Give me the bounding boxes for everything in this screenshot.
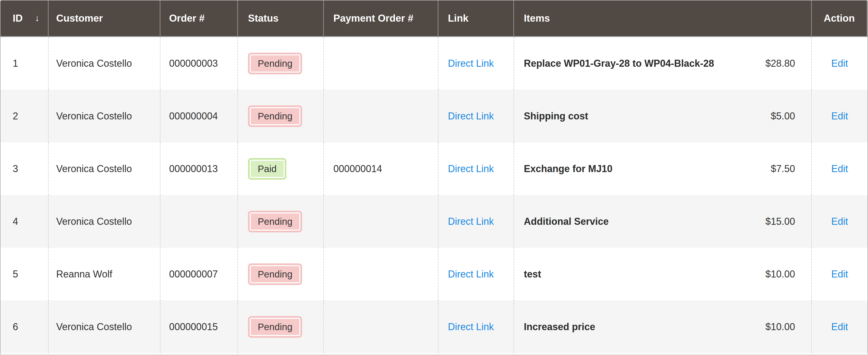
order-number-cell: 000000015 — [160, 300, 238, 353]
row-id-cell: 4 — [1, 195, 49, 248]
status-badge: Paid — [248, 158, 286, 180]
item-name: Replace WP01-Gray-28 to WP04-Black-28 — [524, 58, 714, 69]
direct-link[interactable]: Direct Link — [448, 58, 494, 69]
customer-name: Veronica Costello — [56, 58, 132, 69]
item-name: Exchange for MJ10 — [524, 163, 613, 175]
link-cell: Direct Link — [438, 248, 514, 300]
order-number-cell — [160, 195, 238, 248]
status-badge: Pending — [248, 211, 302, 232]
order-number-cell: 000000013 — [160, 142, 238, 195]
column-header-order-number[interactable]: Order # — [160, 1, 238, 37]
status-badge: Pending — [248, 316, 302, 338]
direct-link[interactable]: Direct Link — [448, 111, 494, 122]
link-cell: Direct Link — [438, 90, 514, 142]
items-cell: Additional Service $15.00 — [514, 195, 812, 248]
payment-order-cell — [324, 248, 438, 300]
sort-descending-icon: ↓ — [35, 13, 39, 23]
edit-link[interactable]: Edit — [831, 58, 848, 69]
customer-cell: Veronica Costello — [49, 195, 160, 248]
items-cell: Exchange for MJ10 $7.50 — [514, 142, 812, 195]
row-id: 2 — [13, 111, 18, 122]
column-header-payment-order[interactable]: Payment Order # — [324, 1, 438, 37]
direct-link[interactable]: Direct Link — [448, 163, 494, 175]
status-cell: Pending — [238, 195, 324, 248]
row-id: 1 — [13, 58, 18, 69]
items-cell: Increased price $10.00 — [514, 300, 812, 353]
payment-order-cell: 000000014 — [324, 142, 438, 195]
edit-link[interactable]: Edit — [831, 321, 848, 332]
column-header-status[interactable]: Status — [238, 1, 324, 37]
row-id-cell: 1 — [1, 37, 49, 90]
direct-link[interactable]: Direct Link — [448, 269, 494, 280]
customer-name: Veronica Costello — [56, 163, 132, 175]
order-number-cell: 000000003 — [160, 37, 238, 90]
action-cell: Edit — [812, 248, 867, 300]
customer-name: Veronica Costello — [56, 321, 132, 332]
order-number: 000000015 — [169, 321, 218, 332]
item-name: Additional Service — [524, 216, 609, 227]
column-header-customer[interactable]: Customer — [49, 1, 160, 37]
order-number-cell: 000000004 — [160, 90, 238, 142]
customer-cell: Veronica Costello — [49, 37, 160, 90]
status-badge: Pending — [248, 263, 302, 285]
link-cell: Direct Link — [438, 142, 514, 195]
status-cell: Pending — [238, 300, 324, 353]
column-header-id-label: ID — [13, 13, 23, 24]
item-name: test — [524, 269, 541, 280]
row-id-cell: 3 — [1, 142, 49, 195]
status-cell: Pending — [238, 90, 324, 142]
item-price: $15.00 — [765, 216, 795, 227]
direct-link[interactable]: Direct Link — [448, 216, 494, 227]
customer-cell: Veronica Costello — [49, 142, 160, 195]
customer-cell: Reanna Wolf — [49, 248, 160, 300]
item-price: $10.00 — [765, 269, 795, 280]
row-id: 5 — [13, 269, 18, 280]
item-price: $5.00 — [771, 111, 795, 122]
customer-name: Veronica Costello — [56, 216, 132, 227]
customer-cell: Veronica Costello — [49, 90, 160, 142]
link-cell: Direct Link — [438, 300, 514, 353]
action-cell: Edit — [812, 90, 867, 142]
payment-order-cell — [324, 300, 438, 353]
row-id: 6 — [13, 321, 18, 332]
action-cell: Edit — [812, 37, 867, 90]
column-header-link[interactable]: Link — [438, 1, 514, 37]
action-cell: Edit — [812, 300, 867, 353]
row-id-cell: 2 — [1, 90, 49, 142]
items-cell: Shipping cost $5.00 — [514, 90, 812, 142]
item-price: $28.80 — [765, 58, 795, 69]
action-cell: Edit — [812, 142, 867, 195]
order-number: 000000004 — [169, 111, 218, 122]
edit-link[interactable]: Edit — [831, 216, 848, 227]
order-number-cell: 000000007 — [160, 248, 238, 300]
direct-link[interactable]: Direct Link — [448, 321, 494, 332]
status-cell: Pending — [238, 248, 324, 300]
column-header-action[interactable]: Action — [812, 1, 867, 37]
row-id: 3 — [13, 163, 18, 175]
items-cell: test $10.00 — [514, 248, 812, 300]
status-cell: Pending — [238, 37, 324, 90]
edit-link[interactable]: Edit — [831, 163, 848, 175]
status-badge: Pending — [248, 106, 302, 127]
payment-order-cell — [324, 90, 438, 142]
edit-link[interactable]: Edit — [831, 111, 848, 122]
column-header-id[interactable]: ID ↓ — [1, 1, 49, 37]
item-name: Shipping cost — [524, 111, 588, 122]
payment-order-cell — [324, 195, 438, 248]
order-number: 000000003 — [169, 58, 218, 69]
customer-cell: Veronica Costello — [49, 300, 160, 353]
item-name: Increased price — [524, 321, 595, 332]
payment-order-number: 000000014 — [333, 163, 382, 175]
status-badge: Pending — [248, 53, 302, 74]
action-cell: Edit — [812, 195, 867, 248]
item-price: $7.50 — [771, 163, 795, 175]
row-id: 4 — [13, 216, 18, 227]
link-cell: Direct Link — [438, 37, 514, 90]
items-cell: Replace WP01-Gray-28 to WP04-Black-28 $2… — [514, 37, 812, 90]
row-id-cell: 6 — [1, 300, 49, 353]
column-header-items[interactable]: Items — [514, 1, 812, 37]
link-cell: Direct Link — [438, 195, 514, 248]
item-price: $10.00 — [765, 321, 795, 332]
edit-link[interactable]: Edit — [831, 269, 848, 280]
rma-orders-table: ID ↓ Customer Order # Status Payment Ord… — [0, 0, 868, 355]
